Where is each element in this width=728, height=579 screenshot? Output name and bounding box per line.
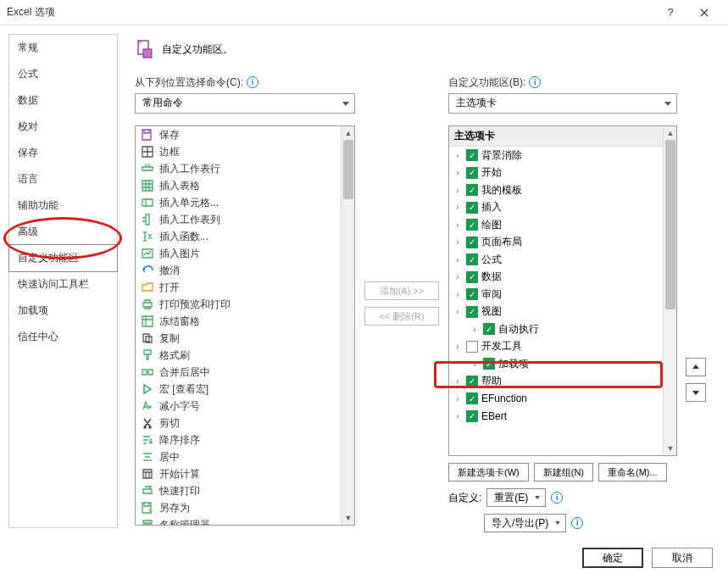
sidebar-item-quick-access[interactable]: 快速访问工具栏 [9, 271, 117, 298]
scroll-down-icon[interactable]: ▼ [342, 511, 355, 525]
commands-scrollbar[interactable]: ▲ ▼ [341, 126, 354, 525]
new-group-button[interactable]: 新建组(N) [534, 463, 593, 482]
tab-item[interactable]: ›✓自动执行 [449, 320, 676, 338]
ribbon-listbox[interactable]: 主选项卡 ›✓背景消除›✓开始›✓我的模板›✓插入›✓绘图›✓页面布局›✓公式›… [448, 125, 677, 456]
sidebar-item-general[interactable]: 常规 [9, 35, 117, 61]
tab-checkbox[interactable]: ✓ [466, 219, 478, 231]
tab-checkbox[interactable]: ✓ [466, 237, 478, 248]
command-item[interactable]: 开始计算 [136, 465, 354, 482]
tab-checkbox[interactable]: ✓ [466, 306, 478, 318]
scroll-up-icon[interactable]: ▲ [664, 126, 677, 140]
scroll-thumb[interactable] [343, 140, 353, 199]
command-item[interactable]: 居中 [136, 448, 354, 465]
command-item[interactable]: 格式刷 [136, 347, 354, 364]
commands-listbox[interactable]: 保存边框|▸插入工作表行插入表格插入单元格...插入工作表列插入函数...插入图… [135, 125, 355, 526]
chevron-right-icon[interactable]: › [453, 290, 463, 299]
sidebar-item-addins[interactable]: 加载项 [9, 298, 117, 324]
command-item[interactable]: 插入表格 [136, 177, 354, 194]
chevron-right-icon[interactable]: › [453, 307, 463, 316]
tab-item[interactable]: ›✓插入 [449, 199, 676, 217]
scroll-thumb[interactable] [665, 140, 675, 309]
tab-checkbox[interactable]: ✓ [466, 202, 478, 214]
tab-checkbox[interactable]: ✓ [466, 149, 478, 161]
command-item[interactable]: 复制 [136, 330, 354, 347]
command-item[interactable]: 打印预览和打印 [136, 296, 354, 313]
move-up-button[interactable] [686, 358, 706, 376]
command-item[interactable]: 边框|▸ [136, 143, 354, 160]
tab-checkbox[interactable]: ✓ [466, 167, 478, 179]
command-item[interactable]: 合并后居中 [136, 364, 354, 381]
scroll-up-icon[interactable]: ▲ [342, 126, 355, 140]
tab-checkbox[interactable]: ✓ [466, 184, 478, 196]
tab-checkbox[interactable] [466, 341, 478, 353]
ribbon-scrollbar[interactable]: ▲ ▼ [663, 126, 676, 455]
ribbon-dropdown[interactable]: 主选项卡 [448, 93, 677, 114]
sidebar-item-customize-ribbon[interactable]: 自定义功能区 [8, 244, 118, 272]
tab-checkbox[interactable]: ✓ [466, 392, 478, 404]
chevron-right-icon[interactable]: › [453, 255, 463, 264]
sidebar-item-formulas[interactable]: 公式 [9, 61, 117, 87]
command-item[interactable]: 插入工作表列 [136, 211, 354, 228]
chevron-right-icon[interactable]: › [453, 272, 463, 281]
tab-checkbox[interactable]: ✓ [466, 410, 478, 422]
command-item[interactable]: 插入工作表行 [136, 160, 354, 177]
tab-item[interactable]: ›✓数据 [449, 269, 676, 287]
tab-checkbox[interactable]: ✓ [466, 288, 478, 300]
command-item[interactable]: 剪切 [136, 415, 354, 431]
sidebar-item-accessibility[interactable]: 辅助功能 [9, 192, 117, 219]
sidebar-item-data[interactable]: 数据 [9, 87, 117, 114]
tab-checkbox[interactable]: ✓ [466, 253, 478, 265]
chevron-right-icon[interactable]: › [453, 186, 463, 195]
chevron-right-icon[interactable]: › [453, 237, 463, 247]
tab-checkbox[interactable]: ✓ [466, 271, 478, 283]
commands-dropdown[interactable]: 常用命令 [135, 93, 355, 114]
sidebar-item-language[interactable]: 语言 [9, 166, 117, 192]
sidebar-item-trust[interactable]: 信任中心 [9, 324, 117, 350]
chevron-right-icon[interactable]: › [453, 203, 463, 212]
tab-item[interactable]: ›✓视图 [449, 303, 676, 321]
chevron-right-icon[interactable]: › [453, 342, 463, 351]
command-item[interactable]: 宏 [查看宏] [136, 381, 354, 398]
ok-button[interactable]: 确定 [582, 548, 643, 568]
chevron-right-icon[interactable]: › [453, 411, 463, 420]
chevron-right-icon[interactable]: › [453, 376, 463, 386]
reset-dropdown[interactable]: 重置(E) [486, 488, 546, 507]
info-icon[interactable]: i [551, 492, 563, 504]
command-item[interactable]: 插入单元格... [136, 194, 354, 211]
remove-button[interactable]: << 删除(R) [364, 307, 439, 326]
tab-item[interactable]: ›✓我的模板 [449, 181, 676, 199]
chevron-right-icon[interactable]: › [470, 325, 480, 334]
close-button[interactable] [687, 0, 721, 25]
tab-checkbox[interactable]: ✓ [466, 376, 478, 387]
info-icon[interactable]: i [529, 76, 541, 88]
command-item[interactable]: 降序排序 [136, 431, 354, 448]
move-down-button[interactable] [686, 383, 706, 402]
command-item[interactable]: 另存为 [136, 499, 354, 516]
command-item[interactable]: 名称管理器 [136, 516, 354, 525]
tab-item[interactable]: ›✓加载项 [449, 355, 676, 373]
command-item[interactable]: 减小字号 [136, 398, 354, 415]
tab-item[interactable]: ›✓帮助 [449, 373, 676, 391]
tab-item[interactable]: ›✓页面布局 [449, 234, 676, 252]
command-item[interactable]: 打开 [136, 279, 354, 296]
tab-item[interactable]: ›开发工具 [449, 338, 676, 356]
info-icon[interactable]: i [571, 517, 583, 529]
tab-item[interactable]: ›✓审阅 [449, 286, 676, 303]
cancel-button[interactable]: 取消 [652, 548, 713, 568]
command-item[interactable]: 撤消|▸ [136, 262, 354, 279]
info-icon[interactable]: i [247, 76, 258, 88]
chevron-right-icon[interactable]: › [453, 151, 463, 160]
sidebar-item-save[interactable]: 保存 [9, 140, 117, 166]
sidebar-item-advanced[interactable]: 高级 [9, 219, 117, 245]
tab-checkbox[interactable]: ✓ [483, 323, 495, 335]
command-item[interactable]: 快速打印 [136, 482, 354, 499]
tab-item[interactable]: ›✓绘图 [449, 216, 676, 234]
command-item[interactable]: 插入函数... [136, 228, 354, 245]
chevron-right-icon[interactable]: › [453, 168, 463, 177]
command-item[interactable]: 冻结窗格|▸ [136, 313, 354, 330]
sidebar-item-proofing[interactable]: 校对 [9, 114, 117, 140]
chevron-right-icon[interactable]: › [470, 359, 480, 369]
import-export-dropdown[interactable]: 导入/导出(P) [484, 514, 566, 532]
scroll-down-icon[interactable]: ▼ [664, 442, 677, 455]
tab-item[interactable]: ›✓开始 [449, 164, 676, 182]
